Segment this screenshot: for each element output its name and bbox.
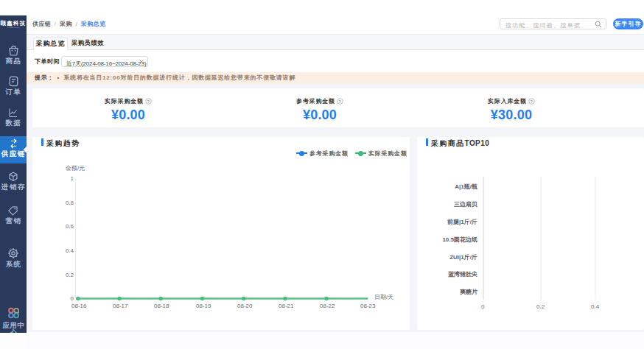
svg-text:?: ? — [530, 99, 533, 104]
svg-text:?: ? — [338, 99, 341, 104]
svg-text:?: ? — [147, 99, 150, 104]
